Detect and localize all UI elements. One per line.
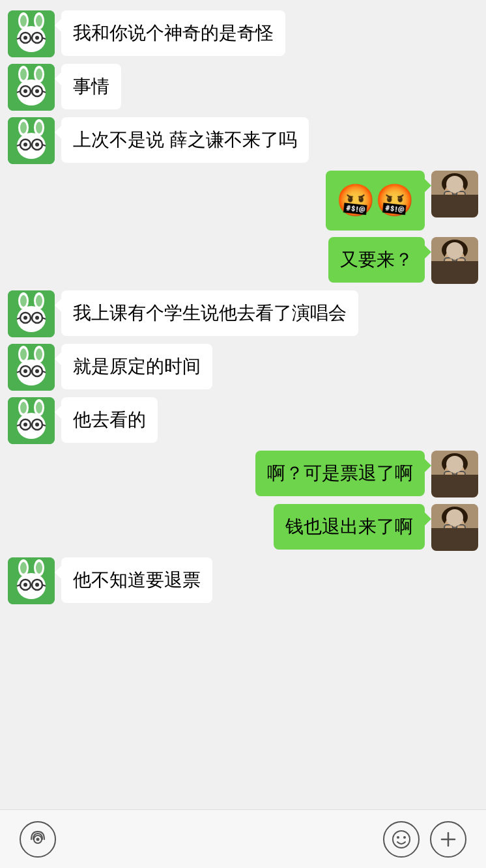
svg-rect-98 bbox=[442, 483, 468, 497]
message-text: 就是原定的时间 bbox=[73, 356, 201, 376]
voice-button[interactable] bbox=[20, 821, 56, 858]
svg-rect-52 bbox=[442, 270, 468, 284]
avatar-right bbox=[431, 237, 478, 284]
emoji-button[interactable] bbox=[383, 821, 420, 858]
message-text: 我上课有个学生说他去看了演唱会 bbox=[73, 303, 347, 323]
message-row: 我上课有个学生说他去看了演唱会 bbox=[8, 290, 478, 337]
svg-point-120 bbox=[36, 837, 40, 841]
svg-point-109 bbox=[20, 562, 27, 574]
bubble: 我上课有个学生说他去看了演唱会 bbox=[61, 290, 358, 336]
plus-button[interactable] bbox=[430, 821, 466, 858]
bubble: 就是原定的时间 bbox=[61, 344, 212, 389]
svg-point-115 bbox=[23, 583, 27, 587]
svg-point-23 bbox=[35, 89, 39, 93]
avatar-left bbox=[8, 117, 55, 164]
message-text: 上次不是说 薛之谦不来了吗 bbox=[73, 130, 297, 150]
svg-point-29 bbox=[20, 122, 27, 133]
svg-point-123 bbox=[403, 836, 406, 839]
avatar-right bbox=[431, 451, 478, 497]
bubble: 🤬🤬 bbox=[326, 171, 425, 231]
svg-point-17 bbox=[36, 68, 42, 80]
message-row: 钱也退出来了啊 bbox=[8, 504, 478, 551]
bubble: 上次不是说 薛之谦不来了吗 bbox=[61, 117, 309, 163]
chat-area: 我和你说个神奇的是奇怪 事情 bbox=[0, 0, 486, 809]
avatar-right bbox=[431, 171, 478, 217]
svg-rect-45 bbox=[442, 203, 468, 217]
bubble: 又要来？ bbox=[328, 237, 425, 283]
message-text: 他不知道要退票 bbox=[73, 570, 201, 590]
svg-point-121 bbox=[393, 831, 410, 848]
bubble: 他去看的 bbox=[61, 397, 158, 443]
svg-point-4 bbox=[36, 15, 42, 27]
svg-point-82 bbox=[20, 402, 27, 413]
svg-point-3 bbox=[20, 15, 27, 27]
bubble: 事情 bbox=[61, 64, 121, 109]
bubble: 我和你说个神奇的是奇怪 bbox=[61, 10, 285, 56]
svg-point-75 bbox=[23, 369, 27, 373]
svg-point-35 bbox=[23, 143, 27, 147]
bubble: 他不知道要退票 bbox=[61, 557, 212, 603]
message-row: 就是原定的时间 bbox=[8, 344, 478, 391]
avatar-left bbox=[8, 344, 55, 391]
message-row: 上次不是说 薛之谦不来了吗 bbox=[8, 117, 478, 164]
svg-point-63 bbox=[35, 316, 39, 320]
avatar-left bbox=[8, 10, 55, 57]
svg-point-10 bbox=[35, 36, 39, 40]
svg-point-110 bbox=[36, 562, 42, 574]
bubble: 啊？可是票退了啊 bbox=[255, 451, 425, 496]
message-row: 啊？可是票退了啊 bbox=[8, 451, 478, 497]
avatar-right bbox=[431, 504, 478, 551]
message-text: 🤬🤬 bbox=[336, 183, 414, 217]
message-text: 又要来？ bbox=[340, 249, 413, 270]
svg-point-16 bbox=[20, 68, 27, 80]
svg-point-22 bbox=[23, 89, 27, 93]
svg-point-122 bbox=[397, 836, 399, 839]
message-text: 啊？可是票退了啊 bbox=[267, 463, 413, 483]
svg-point-76 bbox=[35, 369, 39, 373]
message-row: 他不知道要退票 bbox=[8, 557, 478, 604]
message-row: 又要来？ bbox=[8, 237, 478, 284]
message-text: 我和你说个神奇的是奇怪 bbox=[73, 23, 274, 43]
message-row: 事情 bbox=[8, 64, 478, 111]
message-row: 🤬🤬 bbox=[8, 171, 478, 231]
svg-point-83 bbox=[36, 402, 42, 413]
svg-point-57 bbox=[36, 295, 42, 307]
avatar-left bbox=[8, 557, 55, 604]
svg-point-36 bbox=[35, 143, 39, 147]
message-row: 他去看的 bbox=[8, 397, 478, 444]
avatar-left bbox=[8, 290, 55, 337]
avatar-left bbox=[8, 64, 55, 111]
svg-point-116 bbox=[35, 583, 39, 587]
svg-point-9 bbox=[23, 36, 27, 40]
avatar-left bbox=[8, 397, 55, 444]
svg-point-30 bbox=[36, 122, 42, 133]
svg-point-56 bbox=[20, 295, 27, 307]
svg-point-89 bbox=[35, 423, 39, 427]
bubble: 钱也退出来了啊 bbox=[274, 504, 425, 550]
message-row: 我和你说个神奇的是奇怪 bbox=[8, 10, 478, 57]
svg-point-88 bbox=[23, 423, 27, 427]
svg-rect-105 bbox=[442, 537, 468, 551]
svg-point-62 bbox=[23, 316, 27, 320]
svg-point-69 bbox=[20, 348, 27, 360]
message-text: 事情 bbox=[73, 76, 109, 96]
message-text: 钱也退出来了啊 bbox=[285, 516, 413, 537]
bottom-toolbar bbox=[0, 809, 486, 868]
svg-point-70 bbox=[36, 348, 42, 360]
message-text: 他去看的 bbox=[73, 410, 146, 430]
